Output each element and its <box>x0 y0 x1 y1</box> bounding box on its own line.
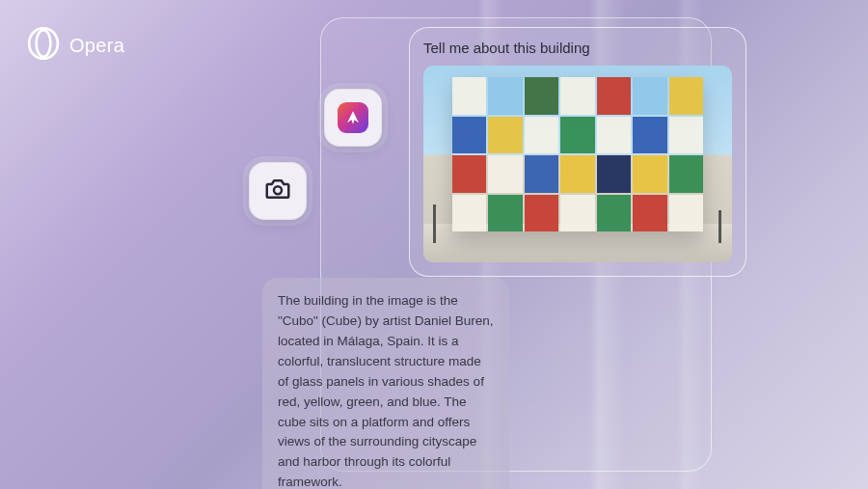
aria-assistant-button[interactable] <box>324 89 382 147</box>
attached-photo[interactable] <box>423 66 732 262</box>
aria-icon <box>338 102 368 133</box>
assistant-response-bubble: The building in the image is the "Cubo" … <box>262 278 509 489</box>
user-prompt-text: Tell me about this building <box>423 40 732 56</box>
camera-button[interactable] <box>249 162 307 220</box>
svg-point-1 <box>37 30 51 57</box>
opera-icon <box>27 27 60 64</box>
brand-name: Opera <box>69 35 124 57</box>
svg-point-0 <box>29 28 58 59</box>
building-illustration <box>452 77 703 231</box>
camera-icon <box>263 175 292 207</box>
user-message-bubble: Tell me about this building <box>409 27 746 277</box>
assistant-response-text: The building in the image is the "Cubo" … <box>278 293 493 489</box>
brand-logo: Opera <box>27 27 124 64</box>
svg-point-2 <box>274 186 282 194</box>
